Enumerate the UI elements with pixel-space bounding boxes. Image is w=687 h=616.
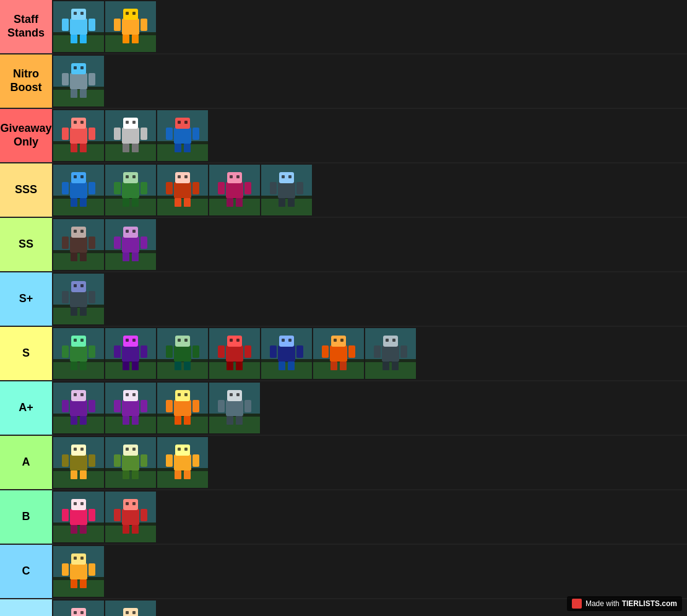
svg-rect-190: [226, 345, 243, 362]
tier-label-ss: SS: [0, 218, 52, 271]
char-aplus3[interactable]: [157, 383, 208, 433]
svg-rect-239: [89, 400, 95, 412]
tier-row-sss: SSS: [0, 163, 687, 218]
svg-rect-160: [80, 362, 87, 370]
svg-rect-72: [80, 198, 87, 207]
char-d2[interactable]: [105, 601, 156, 616]
svg-rect-257: [175, 390, 190, 401]
char-s5[interactable]: [261, 328, 312, 379]
svg-rect-84: [114, 182, 121, 194]
char-s7[interactable]: [365, 328, 416, 379]
svg-rect-147: [71, 281, 86, 292]
svg-rect-321: [105, 526, 156, 542]
svg-rect-313: [71, 525, 77, 534]
svg-rect-213: [331, 336, 346, 347]
char-s2[interactable]: [105, 328, 156, 379]
svg-rect-108: [230, 175, 233, 178]
svg-rect-223: [382, 345, 399, 362]
char-staff1[interactable]: [53, 1, 104, 52]
svg-rect-318: [80, 502, 84, 505]
svg-rect-94: [184, 198, 191, 207]
svg-rect-124: [70, 236, 87, 253]
svg-rect-102: [226, 182, 243, 198]
svg-rect-36: [70, 128, 87, 144]
char-s4[interactable]: [209, 328, 260, 379]
char-b2[interactable]: [105, 492, 156, 542]
svg-rect-345: [71, 608, 86, 616]
char-ss2[interactable]: [105, 219, 156, 270]
svg-rect-163: [74, 339, 77, 342]
char-sss2[interactable]: [105, 165, 156, 215]
svg-rect-306: [178, 448, 181, 451]
svg-rect-69: [70, 182, 87, 198]
svg-rect-300: [174, 454, 191, 471]
char-s6[interactable]: [313, 328, 364, 379]
char-s3[interactable]: [157, 328, 208, 379]
char-sss5[interactable]: [261, 165, 312, 215]
svg-rect-238: [62, 400, 69, 412]
char-sss1[interactable]: [53, 165, 104, 215]
svg-rect-240: [74, 393, 77, 396]
svg-rect-49: [123, 144, 129, 152]
svg-rect-62: [166, 128, 173, 140]
svg-rect-150: [62, 291, 69, 303]
svg-rect-237: [80, 416, 87, 425]
svg-rect-134: [105, 253, 156, 270]
svg-rect-43: [80, 121, 84, 124]
svg-rect-27: [71, 89, 77, 98]
svg-rect-80: [122, 182, 139, 198]
svg-rect-314: [80, 525, 87, 534]
svg-rect-85: [140, 182, 147, 194]
char-c1[interactable]: [53, 546, 104, 597]
char-d1[interactable]: [53, 601, 104, 616]
char-staff2[interactable]: [105, 1, 156, 52]
char-sss4[interactable]: [209, 165, 260, 215]
char-a3[interactable]: [157, 437, 208, 488]
svg-rect-261: [192, 400, 199, 412]
svg-rect-53: [126, 121, 129, 124]
svg-rect-38: [71, 144, 77, 152]
char-give3[interactable]: [157, 110, 208, 161]
svg-rect-93: [175, 198, 181, 207]
char-aplus4[interactable]: [209, 383, 260, 433]
char-give1[interactable]: [53, 110, 104, 161]
char-a1[interactable]: [53, 437, 104, 488]
svg-rect-131: [80, 230, 84, 233]
svg-rect-184: [192, 345, 199, 358]
svg-rect-227: [374, 345, 381, 358]
svg-rect-145: [53, 308, 104, 324]
svg-rect-305: [192, 454, 199, 467]
watermark-text: Made with: [585, 599, 620, 608]
char-a2[interactable]: [105, 437, 156, 488]
svg-rect-156: [53, 362, 104, 379]
char-sss3[interactable]: [157, 165, 208, 215]
tier-items-s-plus: [52, 272, 687, 326]
char-b1[interactable]: [53, 492, 104, 542]
svg-rect-59: [175, 118, 190, 129]
tier-row-nitro-boost: Nitro Boost: [0, 54, 687, 109]
svg-rect-70: [71, 172, 86, 183]
svg-rect-273: [230, 393, 233, 396]
svg-rect-30: [89, 73, 95, 85]
svg-rect-161: [62, 345, 69, 358]
char-aplus2[interactable]: [105, 383, 156, 433]
char-nitro1[interactable]: [53, 56, 104, 106]
char-s1[interactable]: [53, 328, 104, 379]
char-splus1[interactable]: [53, 274, 104, 324]
svg-rect-25: [70, 73, 87, 89]
svg-rect-304: [166, 454, 173, 467]
char-give2[interactable]: [105, 110, 156, 161]
svg-rect-362: [132, 611, 136, 614]
svg-rect-234: [70, 400, 87, 416]
char-aplus1[interactable]: [53, 383, 104, 433]
tier-label-giveaway-only: Giveaway Only: [0, 109, 52, 162]
svg-rect-292: [132, 471, 139, 479]
svg-rect-140: [140, 236, 147, 249]
svg-rect-217: [348, 345, 355, 358]
char-ss1[interactable]: [53, 219, 104, 270]
svg-rect-280: [71, 471, 77, 479]
svg-rect-310: [53, 526, 104, 542]
svg-rect-281: [80, 471, 87, 479]
svg-rect-311: [70, 509, 87, 525]
svg-rect-6: [80, 35, 87, 43]
